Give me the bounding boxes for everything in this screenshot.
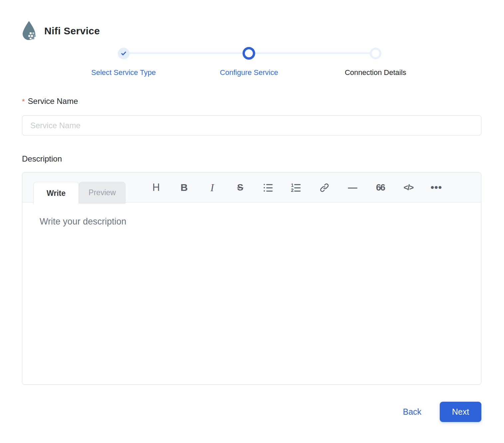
step-label-select-service-type: Select Service Type: [91, 68, 156, 77]
description-label: Description: [22, 154, 62, 164]
bold-icon[interactable]: B: [177, 178, 191, 198]
markdown-editor: Write Preview H B I S: [22, 172, 481, 385]
back-button[interactable]: Back: [395, 406, 429, 418]
page-title: Nifi Service: [44, 25, 100, 37]
editor-write-area: [22, 203, 481, 385]
step-configure-service[interactable]: Configure Service: [220, 47, 278, 77]
tab-preview[interactable]: Preview: [79, 182, 126, 204]
next-button[interactable]: Next: [440, 402, 481, 422]
step-completed-check-icon: [118, 48, 129, 59]
service-name-input[interactable]: [22, 115, 481, 136]
tab-preview-label: Preview: [89, 188, 116, 197]
step-connection-details[interactable]: Connection Details: [345, 47, 406, 77]
svg-text:2: 2: [291, 188, 294, 193]
more-icon[interactable]: •••: [429, 178, 444, 198]
service-name-label-text: Service Name: [28, 97, 78, 106]
heading-icon[interactable]: H: [149, 178, 163, 198]
editor-toolbar-bar: Write Preview H B I S: [22, 173, 481, 203]
step-select-service-type[interactable]: Select Service Type: [91, 47, 156, 77]
required-asterisk: *: [22, 97, 25, 106]
step-active-circle-icon: [243, 47, 255, 60]
link-icon[interactable]: [317, 178, 332, 198]
quote-icon[interactable]: 66: [373, 178, 388, 198]
tab-write-label: Write: [47, 189, 66, 198]
step-label-configure-service: Configure Service: [220, 68, 278, 77]
svg-text:1: 1: [291, 183, 294, 188]
code-icon[interactable]: </>: [401, 178, 416, 198]
italic-icon[interactable]: I: [205, 178, 219, 198]
horizontal-rule-icon[interactable]: —: [345, 178, 360, 198]
tab-write[interactable]: Write: [33, 182, 79, 204]
description-textarea[interactable]: [22, 203, 481, 385]
description-label-text: Description: [22, 154, 62, 164]
configure-service-page: Nifi Service Select Service Type Configu…: [0, 0, 504, 443]
strikethrough-icon[interactable]: S: [233, 178, 248, 198]
editor-toolbar: H B I S 12: [149, 173, 444, 203]
service-name-label: * Service Name: [22, 97, 78, 106]
step-upcoming-circle-icon: [370, 48, 381, 59]
numbered-list-icon[interactable]: 12: [289, 178, 304, 198]
step-label-connection-details: Connection Details: [345, 68, 406, 77]
bullet-list-icon[interactable]: [261, 178, 276, 198]
nifi-logo-icon: [21, 21, 37, 40]
